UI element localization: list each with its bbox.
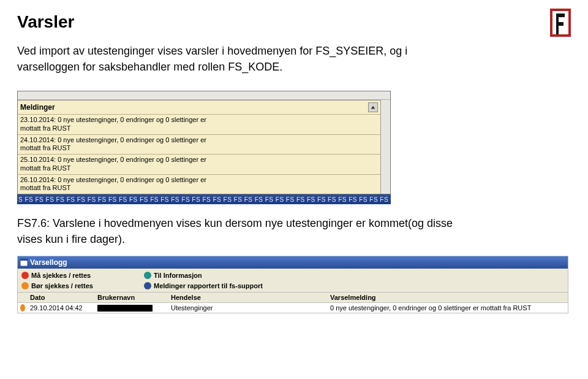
logo [548, 7, 573, 38]
dot-orange-icon [21, 282, 29, 289]
meldinger-panel: Meldinger 23.10.2014: 0 nye utestenginge… [18, 100, 380, 194]
status-dot-icon [20, 304, 25, 312]
varsellogg-header-row: Dato Brukernavn Hendelse Varselmelding [18, 292, 568, 303]
meldinger-item: 25.10.2014: 0 nye utestenginger, 0 endri… [18, 155, 380, 175]
meldinger-header: Meldinger [18, 101, 380, 115]
window-footer-strip: S FS FS FS FS FS FS FS FS FS FS FS FS FS… [17, 194, 391, 204]
page-title: Varsler [17, 12, 571, 32]
varsellogg-titlebar: Varsellogg [18, 256, 568, 269]
legend-red: Må sjekkes / rettes [21, 270, 144, 280]
legend-orange-label: Bør sjekkes / rettes [31, 282, 93, 289]
meldinger-item-line2: mottatt fra RUST [20, 124, 71, 132]
dot-red-icon [21, 272, 29, 279]
cell-varselmelding: 0 nye utestenginger, 0 endringer og 0 sl… [328, 303, 568, 313]
dot-teal-icon [144, 272, 151, 279]
meldinger-item-line1: 24.10.2014: 0 nye utestenginger, 0 endri… [20, 136, 206, 144]
meldinger-item-line1: 25.10.2014: 0 nye utestenginger, 0 endri… [20, 156, 206, 163]
col-varselmelding: Varselmelding [328, 293, 568, 302]
meldinger-item-line2: mottatt fra RUST [20, 164, 71, 172]
intro-paragraph: Ved import av utestenginger vises varsle… [17, 43, 458, 75]
redacted-username [97, 305, 153, 312]
meldinger-item: 23.10.2014: 0 nye utestenginger, 0 endri… [18, 115, 380, 135]
cell-dato: 29.10.2014 04:42 [28, 303, 95, 313]
meldinger-panel-screenshot: Meldinger 23.10.2014: 0 nye utestenginge… [17, 91, 391, 194]
scrollbar[interactable] [380, 100, 390, 194]
varsellogg-title: Varsellogg [30, 258, 67, 267]
meldinger-item: 26.10.2014: 0 nye utestenginger, 0 endri… [18, 175, 380, 194]
window-icon [20, 259, 28, 266]
scroll-up-icon[interactable] [368, 102, 378, 112]
meldinger-item-line2: mottatt fra RUST [20, 144, 71, 151]
col-hendelse: Hendelse [168, 293, 328, 302]
meldinger-item-line1: 23.10.2014: 0 nye utestenginger, 0 endri… [20, 116, 206, 123]
table-row[interactable]: 29.10.2014 04:42 Utestenginger 0 nye ute… [18, 303, 568, 313]
meldinger-item: 24.10.2014: 0 nye utestenginger, 0 endri… [18, 135, 380, 155]
legend-teal: Til Informasjon [144, 270, 340, 280]
col-dato: Dato [28, 293, 95, 302]
varsellogg-screenshot: Varsellogg Må sjekkes / rettes Til Infor… [17, 256, 568, 313]
panel-frame-top [18, 91, 390, 100]
meldinger-item-line1: 26.10.2014: 0 nye utestenginger, 0 endri… [20, 176, 206, 183]
cell-hendelse: Utestenginger [168, 303, 328, 313]
note-paragraph: FS7.6: Varslene i hovedmenyen vises kun … [17, 215, 458, 247]
meldinger-item-line2: mottatt fra RUST [20, 184, 71, 191]
col-brukernavn: Brukernavn [95, 293, 168, 302]
legend-blue-label: Meldinger rapportert til fs-support [154, 282, 263, 289]
meldinger-header-text: Meldinger [20, 103, 55, 112]
varsellogg-legend: Må sjekkes / rettes Til Informasjon Bør … [18, 269, 568, 292]
legend-orange: Bør sjekkes / rettes [21, 280, 144, 291]
legend-blue: Meldinger rapportert til fs-support [144, 280, 340, 291]
legend-teal-label: Til Informasjon [154, 272, 202, 279]
legend-red-label: Må sjekkes / rettes [31, 272, 91, 279]
cell-brukernavn [95, 303, 168, 313]
dot-blue-icon [144, 282, 151, 289]
